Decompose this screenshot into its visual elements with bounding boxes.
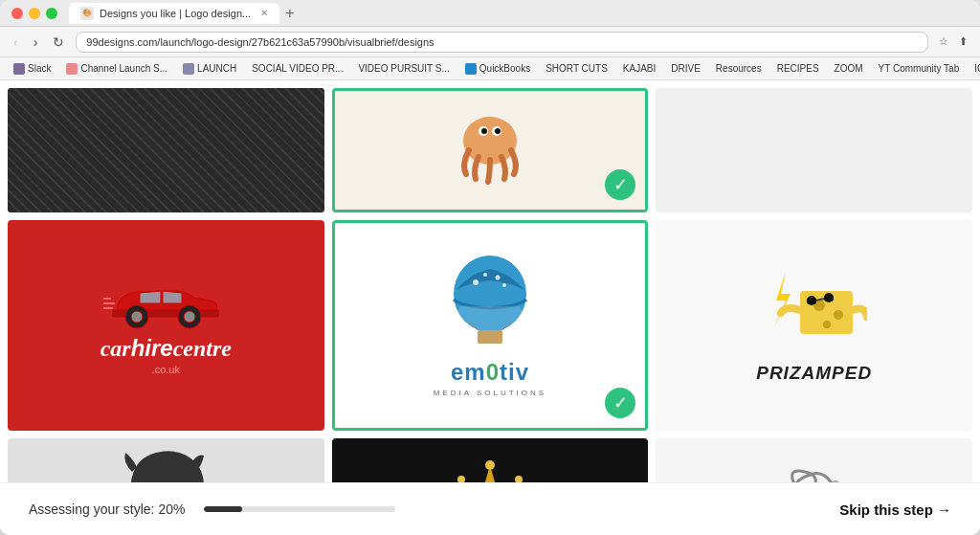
traffic-lights: [11, 8, 57, 19]
svg-point-14: [473, 279, 479, 285]
refresh-button[interactable]: ↻: [49, 33, 68, 52]
progress-label: Assessing your style: 20%: [29, 502, 185, 517]
browser-window: 🎨 Designs you like | Logo design... ✕ + …: [0, 0, 980, 535]
progress-section: Assessing your style: 20%: [29, 502, 395, 517]
bookmark-resources[interactable]: Resources: [710, 61, 768, 76]
bookmark-shortcuts[interactable]: SHORT CUTS: [540, 61, 613, 76]
svg-point-34: [832, 480, 839, 482]
minimize-button[interactable]: [29, 8, 40, 19]
bookmark-label: SHORT CUTS: [546, 63, 608, 74]
bookmark-quickbooks[interactable]: QuickBooks: [459, 61, 536, 77]
bookmark-ig[interactable]: IG: [969, 61, 980, 76]
launch-icon: [183, 63, 194, 75]
bookmark-slack[interactable]: Slack: [8, 61, 56, 77]
logo-grid: ✓: [0, 80, 980, 482]
svg-point-1: [473, 117, 507, 151]
bookmarks-bar: Slack Channel Launch S... LAUNCH SOCIAL …: [0, 57, 980, 80]
logo-cell-carhire[interactable]: carhirecentre .co.uk: [8, 220, 324, 431]
prizamped-character: [762, 267, 867, 358]
logo-cell-swirl-light[interactable]: [656, 438, 972, 482]
forward-button[interactable]: ›: [30, 33, 42, 52]
progress-bar-container: [204, 506, 395, 512]
svg-point-24: [823, 321, 831, 328]
svg-rect-18: [478, 330, 502, 344]
svg-point-5: [495, 128, 501, 134]
svg-point-7: [131, 311, 143, 323]
bookmark-label: ZOOM: [835, 63, 863, 74]
bookmark-video[interactable]: VIDEO PURSUIT S...: [352, 61, 455, 76]
logo-cell-emotiv[interactable]: em0tiv MEDIA SOLUTIONS ✓: [332, 220, 649, 431]
carhire-logo-text: carhirecentre: [100, 337, 232, 360]
new-tab-button[interactable]: +: [285, 6, 294, 21]
creature-illustration: [452, 107, 528, 193]
logo-cell-blank-light[interactable]: [656, 88, 972, 212]
footer: Assessing your style: 20% Skip this step…: [0, 482, 980, 535]
tab-favicon: 🎨: [80, 7, 94, 20]
svg-point-4: [481, 128, 487, 134]
url-bar[interactable]: 99designs.com/launch/logo-design/27b621c…: [76, 32, 928, 53]
url-text: 99designs.com/launch/logo-design/27b621c…: [86, 36, 434, 48]
share-icon[interactable]: ⬆: [955, 34, 970, 50]
bookmark-label: SOCIAL VIDEO PR...: [252, 63, 343, 74]
bookmark-label: DRIVE: [671, 63, 701, 74]
address-icons: ☆ ⬆: [936, 34, 970, 50]
emotiv-balloon: [442, 254, 538, 359]
bookmark-label: Channel Launch S...: [80, 63, 167, 74]
bookmark-launch[interactable]: LAUNCH: [177, 61, 242, 77]
title-bar: 🎨 Designs you like | Logo design... ✕ +: [0, 0, 980, 27]
svg-rect-28: [824, 295, 834, 301]
bookmark-label: IG: [974, 63, 980, 74]
active-tab[interactable]: 🎨 Designs you like | Logo design... ✕: [69, 3, 279, 24]
tab-close-icon[interactable]: ✕: [260, 8, 268, 18]
svg-point-32: [515, 476, 523, 483]
logo-cell-dark-texture[interactable]: [8, 88, 324, 212]
bookmark-kajabi[interactable]: KAJABI: [617, 61, 661, 76]
tab-bar: 🎨 Designs you like | Logo design... ✕ +: [69, 3, 969, 24]
logo-cell-animal-dark[interactable]: [8, 438, 324, 482]
maximize-button[interactable]: [46, 8, 57, 19]
car-illustration: [103, 277, 228, 329]
progress-bar-fill: [204, 506, 242, 512]
logo-cell-crown-black[interactable]: [332, 438, 649, 482]
swirl-illustration: [776, 457, 853, 482]
logo-cell-creature-cream[interactable]: ✓: [332, 88, 649, 212]
animal-silhouette: [118, 438, 213, 482]
prizamped-text: PRIZAMPED: [756, 363, 872, 384]
channel-icon: [66, 63, 78, 75]
carhire-uk-text: .co.uk: [152, 364, 180, 375]
svg-point-17: [502, 283, 506, 287]
svg-point-16: [495, 276, 500, 280]
bookmark-label: VIDEO PURSUIT S...: [358, 63, 449, 74]
back-button[interactable]: ‹: [10, 33, 22, 52]
bookmark-drive[interactable]: DRIVE: [665, 61, 706, 76]
close-button[interactable]: [11, 8, 23, 19]
svg-rect-27: [807, 298, 816, 304]
quickbooks-icon: [465, 63, 477, 75]
star-icon[interactable]: ☆: [936, 34, 951, 50]
tab-title: Designs you like | Logo design...: [100, 8, 251, 19]
slack-icon: [13, 63, 25, 75]
svg-point-23: [834, 310, 843, 320]
bookmark-label: QuickBooks: [479, 63, 530, 74]
bookmark-label: LAUNCH: [197, 63, 236, 74]
bookmark-social[interactable]: SOCIAL VIDEO PR...: [246, 61, 348, 76]
skip-button[interactable]: Skip this step →: [839, 502, 951, 518]
bookmark-label: Resources: [716, 63, 762, 74]
main-content: ✓: [0, 80, 980, 535]
crown-illustration: [447, 456, 533, 483]
bookmark-channel[interactable]: Channel Launch S...: [60, 61, 173, 77]
bookmark-label: Slack: [28, 63, 51, 74]
bookmark-zoom[interactable]: ZOOM: [829, 61, 869, 76]
address-bar: ‹ › ↻ 99designs.com/launch/logo-design/2…: [0, 27, 980, 57]
bookmark-recipes[interactable]: RECIPES: [771, 61, 825, 76]
svg-point-9: [184, 311, 195, 323]
bookmark-yt[interactable]: YT Community Tab: [873, 61, 966, 76]
logo-cell-prizamped[interactable]: PRIZAMPED: [656, 220, 972, 431]
bookmark-label: YT Community Tab: [879, 63, 960, 74]
svg-point-15: [483, 273, 487, 277]
bookmark-label: RECIPES: [777, 63, 819, 74]
bookmark-label: KAJABI: [623, 63, 656, 74]
emotiv-brand: em0tiv: [451, 359, 529, 386]
emotiv-sub: MEDIA SOLUTIONS: [434, 389, 546, 397]
svg-point-30: [485, 460, 495, 470]
